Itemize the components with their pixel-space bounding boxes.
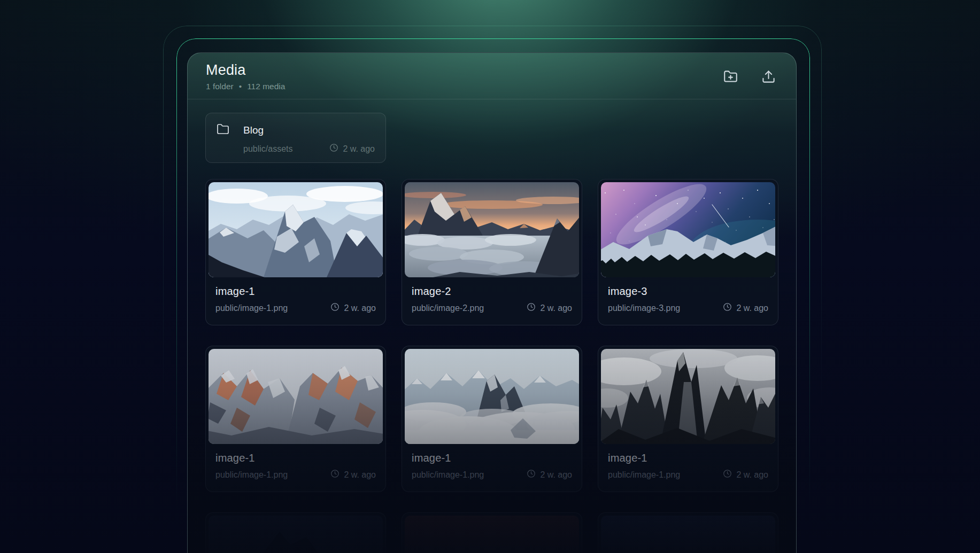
card-path: public/image-1.png xyxy=(412,470,484,480)
clock-icon xyxy=(527,302,536,314)
panel-header: Media 1 folder • 112 media xyxy=(188,53,796,99)
media-panel: Media 1 folder • 112 media xyxy=(187,52,797,553)
card-title: image-1 xyxy=(215,452,376,464)
media-card[interactable]: image-3 public/image-3.png 2 w. ago xyxy=(598,179,778,325)
thumbnail-rocky-peak-in-fog xyxy=(405,349,579,444)
media-card-partial[interactable] xyxy=(402,512,582,553)
clock-icon xyxy=(527,469,536,480)
card-time: 2 w. ago xyxy=(540,303,572,313)
media-card[interactable]: image-2 public/image-2.png 2 w. ago xyxy=(402,179,582,325)
folder-name: Blog xyxy=(243,124,264,136)
media-grid: image-1 public/image-1.png 2 w. ago xyxy=(205,179,778,553)
media-card[interactable]: image-1 public/image-1.png 2 w. ago xyxy=(205,179,386,325)
media-stats: 1 folder • 112 media xyxy=(206,82,285,91)
card-path: public/image-2.png xyxy=(412,303,484,313)
header-text: Media 1 folder • 112 media xyxy=(206,62,285,91)
card-title: image-2 xyxy=(412,285,572,298)
media-card[interactable]: image-1 public/image-1.png 2 w. ago xyxy=(598,346,778,492)
folder-path: public/assets xyxy=(243,144,293,154)
card-title: image-1 xyxy=(412,452,572,464)
panel-content: Blog public/assets 2 w. ago xyxy=(188,99,796,553)
card-title: image-3 xyxy=(608,285,768,298)
thumbnail-dark-jagged-peaks xyxy=(601,349,775,444)
media-count: 112 media xyxy=(247,82,285,91)
folder-list: Blog public/assets 2 w. ago xyxy=(205,113,778,163)
new-folder-button[interactable] xyxy=(722,68,739,85)
clock-icon xyxy=(330,302,339,314)
card-time: 2 w. ago xyxy=(736,470,768,480)
upload-icon xyxy=(761,77,776,85)
card-path: public/image-1.png xyxy=(608,470,680,480)
thumbnail-alpenglow-snowy-ridge xyxy=(209,349,383,444)
card-time: 2 w. ago xyxy=(540,470,572,480)
clock-icon xyxy=(329,143,338,154)
media-card-partial[interactable] xyxy=(205,512,386,553)
clock-icon xyxy=(723,302,732,314)
folder-icon xyxy=(217,123,229,138)
dot-separator: • xyxy=(239,82,242,91)
thumbnail-snowy-mountain-range xyxy=(209,182,383,277)
media-card[interactable]: image-1 public/image-1.png 2 w. ago xyxy=(402,346,582,492)
upload-button[interactable] xyxy=(760,68,777,85)
header-actions xyxy=(722,62,778,85)
thumbnail-sunset-above-cloud-sea xyxy=(405,182,579,277)
page-title: Media xyxy=(206,62,285,79)
folder-plus-icon xyxy=(723,77,738,85)
thumbnail-faded-mountain xyxy=(209,516,383,553)
card-time: 2 w. ago xyxy=(736,303,768,313)
thumbnail-milky-way-over-mountains xyxy=(601,182,775,277)
media-card[interactable]: image-1 public/image-1.png 2 w. ago xyxy=(205,346,386,492)
folder-count: 1 folder xyxy=(206,82,234,91)
clock-icon xyxy=(723,469,732,480)
media-card-partial[interactable] xyxy=(598,512,778,553)
card-title: image-1 xyxy=(608,452,768,464)
card-path: public/image-3.png xyxy=(608,303,680,313)
card-path: public/image-1.png xyxy=(215,470,288,480)
folder-time: 2 w. ago xyxy=(343,144,375,154)
thumbnail-faded-dark xyxy=(601,516,775,553)
clock-icon xyxy=(330,469,339,480)
card-time: 2 w. ago xyxy=(344,303,376,313)
card-title: image-1 xyxy=(215,285,376,298)
card-path: public/image-1.png xyxy=(215,303,288,313)
thumbnail-faded-red-sky xyxy=(405,516,579,553)
card-time: 2 w. ago xyxy=(344,470,376,480)
folder-card-blog[interactable]: Blog public/assets 2 w. ago xyxy=(205,113,386,163)
